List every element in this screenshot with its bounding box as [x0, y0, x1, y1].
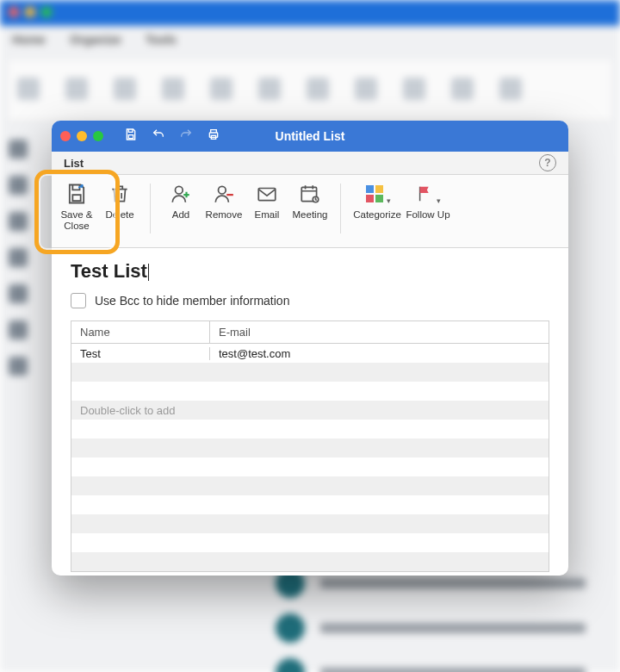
- bcc-label: Use Bcc to hide member information: [95, 294, 289, 308]
- table-row[interactable]: [71, 457, 549, 476]
- categorize-button[interactable]: ▾ Categorize: [350, 180, 405, 221]
- table-row[interactable]: [71, 420, 549, 439]
- close-window-icon[interactable]: [60, 131, 71, 141]
- bg-traffic-lights: [9, 7, 52, 17]
- help-icon[interactable]: ?: [539, 154, 556, 171]
- table-header: Name E-mail: [71, 321, 549, 344]
- print-icon[interactable]: [207, 128, 220, 145]
- remove-person-icon: [213, 182, 235, 206]
- categorize-icon: ▾: [364, 182, 391, 206]
- contact-list-window: Untitled List List ? Save & Close Delete: [52, 121, 568, 576]
- svg-point-5: [219, 186, 226, 194]
- envelope-icon: [256, 182, 278, 206]
- table-row[interactable]: [71, 382, 549, 401]
- delete-button[interactable]: Delete: [98, 180, 141, 221]
- add-row-placeholder[interactable]: Double-click to add: [71, 401, 549, 420]
- table-row[interactable]: [71, 363, 549, 382]
- save-close-button[interactable]: Save & Close: [55, 180, 98, 232]
- col-header-email[interactable]: E-mail: [210, 321, 549, 343]
- minimize-window-icon[interactable]: [77, 131, 87, 141]
- svg-rect-12: [375, 195, 383, 202]
- table-row[interactable]: [71, 476, 549, 495]
- cell-email: test@test.com: [210, 347, 549, 360]
- svg-rect-3: [72, 195, 80, 201]
- undo-icon[interactable]: [152, 128, 165, 145]
- chevron-down-icon: ▾: [437, 196, 441, 205]
- col-header-name[interactable]: Name: [71, 321, 210, 343]
- svg-rect-9: [366, 185, 374, 193]
- table-row[interactable]: [71, 533, 549, 552]
- svg-point-4: [176, 186, 183, 194]
- svg-rect-0: [128, 135, 133, 139]
- zoom-window-icon[interactable]: [93, 131, 103, 141]
- email-button[interactable]: Email: [245, 180, 288, 221]
- table-row[interactable]: [71, 495, 549, 514]
- ribbon-tab-list[interactable]: List: [64, 157, 84, 170]
- ribbon: Save & Close Delete Add Remove: [52, 175, 568, 248]
- table-row[interactable]: [71, 552, 549, 571]
- save-icon[interactable]: [124, 128, 138, 145]
- flag-icon: ▾: [416, 182, 441, 206]
- add-person-icon: [170, 182, 192, 206]
- window-titlebar: Untitled List: [52, 121, 568, 152]
- trash-icon: [108, 182, 131, 206]
- redo-icon[interactable]: [179, 128, 193, 145]
- svg-rect-6: [258, 189, 276, 201]
- list-name-input[interactable]: Test List: [71, 260, 549, 283]
- save-close-icon: [65, 182, 89, 206]
- members-table: Name E-mail Test test@test.com Double-cl…: [71, 320, 549, 572]
- traffic-lights[interactable]: [60, 131, 103, 141]
- list-editor-body: Test List Use Bcc to hide member informa…: [52, 248, 568, 576]
- calendar-meeting-icon: [299, 182, 321, 206]
- meeting-button[interactable]: Meeting: [288, 180, 332, 221]
- table-row[interactable]: Test test@test.com: [71, 344, 549, 363]
- cell-name: Test: [71, 347, 210, 360]
- table-row[interactable]: [71, 514, 549, 533]
- chevron-down-icon: ▾: [387, 196, 391, 205]
- add-button[interactable]: Add: [159, 180, 202, 221]
- svg-rect-10: [375, 185, 383, 193]
- svg-rect-11: [366, 195, 374, 202]
- table-row[interactable]: [71, 439, 549, 457]
- follow-up-button[interactable]: ▾ Follow Up: [405, 180, 451, 221]
- remove-button[interactable]: Remove: [202, 180, 245, 221]
- bcc-checkbox[interactable]: [71, 293, 86, 308]
